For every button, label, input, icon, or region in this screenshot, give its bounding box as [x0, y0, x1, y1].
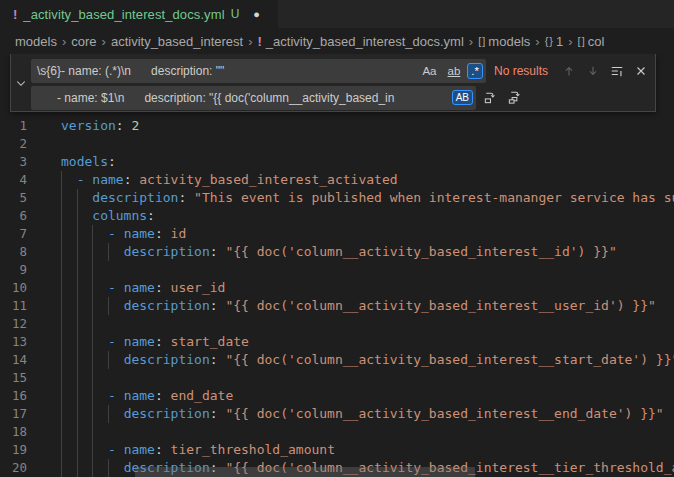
tab-bar: ! _activity_based_interest_docs.yml U ●: [0, 0, 674, 28]
code-line[interactable]: 8 description: "{{ doc('column__activity…: [0, 243, 674, 261]
line-content: [27, 315, 674, 333]
regex-toggle[interactable]: .*: [467, 63, 483, 79]
indent-guide: [61, 387, 62, 405]
code-line[interactable]: 13 - name: start_date: [0, 333, 674, 351]
line-number: 4: [0, 171, 27, 189]
previous-match-button[interactable]: [559, 61, 579, 81]
preserve-case-toggle[interactable]: AB: [452, 90, 473, 105]
indent-guide: [61, 189, 62, 207]
breadcrumb-item-activity_based_interest[interactable]: activity_based_interest: [111, 34, 243, 49]
code-line[interactable]: 14 description: "{{ doc('column__activit…: [0, 351, 674, 369]
replace-all-button[interactable]: [504, 88, 524, 108]
find-options: Aa ab .*: [415, 63, 486, 79]
breadcrumb-item-1[interactable]: { }1: [545, 34, 564, 49]
code-line[interactable]: 15: [0, 369, 674, 387]
find-in-selection-button[interactable]: [607, 61, 627, 81]
line-number: 3: [0, 153, 27, 171]
breadcrumb-item-_activity_based_interest_docs.yml[interactable]: !_activity_based_interest_docs.yml: [258, 34, 464, 49]
indent-guide: [61, 243, 62, 261]
chevron-down-icon: [15, 77, 27, 89]
replace-input[interactable]: - name: $1\n description: "{{ doc('colum…: [31, 86, 476, 110]
indent-guide: [77, 369, 78, 387]
indent-guide: [77, 441, 78, 459]
indent-guide: [77, 279, 78, 297]
code-line[interactable]: 6 columns:: [0, 207, 674, 225]
line-number: 14: [0, 351, 27, 369]
replace-button[interactable]: [480, 88, 500, 108]
code-line[interactable]: 16 - name: end_date: [0, 387, 674, 405]
tab-activity-based-interest-docs[interactable]: ! _activity_based_interest_docs.yml U ●: [0, 0, 278, 28]
breadcrumb-item-core[interactable]: core: [71, 34, 96, 49]
git-status-badge: U: [231, 7, 240, 21]
indent-guide: [61, 369, 62, 387]
unsaved-changes-dot[interactable]: ●: [253, 8, 260, 20]
line-number: 7: [0, 225, 27, 243]
indent-guide: [77, 333, 78, 351]
code-line[interactable]: 19 - name: tier_threshold_amount: [0, 441, 674, 459]
line-content: version: 2: [27, 117, 674, 135]
line-number: 5: [0, 189, 27, 207]
find-input[interactable]: \s{6}- name: (.*)\n description: "" Aa a…: [31, 59, 486, 83]
close-find-widget-button[interactable]: [631, 61, 651, 81]
line-content: - name: id: [27, 225, 674, 243]
line-content: models:: [27, 153, 674, 171]
match-case-toggle[interactable]: Aa: [418, 63, 440, 79]
line-content: - name: end_date: [27, 387, 674, 405]
indent-guide: [61, 351, 62, 369]
line-content: - name: activity_based_interest_activate…: [27, 171, 674, 189]
symbol-icon: { }: [545, 35, 552, 47]
code-line[interactable]: 2: [0, 135, 674, 153]
find-query-text: \s{6}- name: (.*)\n description: "": [31, 64, 415, 78]
indent-guide: [61, 459, 62, 477]
line-number: 8: [0, 243, 27, 261]
line-number: 12: [0, 315, 27, 333]
code-line[interactable]: 4 - name: activity_based_interest_activa…: [0, 171, 674, 189]
code-line[interactable]: 3models:: [0, 153, 674, 171]
code-line[interactable]: 11 description: "{{ doc('column__activit…: [0, 297, 674, 315]
close-icon: [634, 64, 648, 78]
symbol-icon: [ ]: [578, 35, 584, 47]
line-content: - name: tier_threshold_amount: [27, 441, 674, 459]
editor-pane[interactable]: \s{6}- name: (.*)\n description: "" Aa a…: [0, 54, 674, 477]
code-line[interactable]: 17 description: "{{ doc('column__activit…: [0, 405, 674, 423]
breadcrumb-item-models[interactable]: models: [15, 34, 57, 49]
breadcrumb-item-models[interactable]: [ ]models: [478, 34, 530, 49]
line-number: 11: [0, 297, 27, 315]
indent-guide: [61, 207, 62, 225]
indent-guide: [108, 243, 109, 261]
indent-guide: [92, 369, 93, 387]
line-number: 13: [0, 333, 27, 351]
replace-row: - name: $1\n description: "{{ doc('colum…: [31, 85, 651, 110]
breadcrumb-label: models: [488, 34, 530, 49]
code-line[interactable]: 1version: 2: [0, 117, 674, 135]
find-widget-body: \s{6}- name: (.*)\n description: "" Aa a…: [31, 54, 655, 111]
find-replace-widget: \s{6}- name: (.*)\n description: "" Aa a…: [10, 54, 656, 112]
breadcrumb-separator: ›: [535, 34, 539, 49]
code-line[interactable]: 12: [0, 315, 674, 333]
line-number: 19: [0, 441, 27, 459]
breadcrumb-separator: ›: [469, 34, 473, 49]
next-match-button[interactable]: [583, 61, 603, 81]
horizontal-scrollbar[interactable]: [135, 467, 475, 477]
code-line[interactable]: 7 - name: id: [0, 225, 674, 243]
indent-guide: [92, 387, 93, 405]
code-line[interactable]: 5 description: "This event is published …: [0, 189, 674, 207]
indent-guide: [77, 225, 78, 243]
yaml-warning-icon: !: [258, 34, 262, 49]
indent-guide: [92, 333, 93, 351]
toggle-replace-button[interactable]: [11, 54, 31, 111]
indent-guide: [77, 297, 78, 315]
whole-word-toggle[interactable]: ab: [444, 63, 465, 79]
line-number: 17: [0, 405, 27, 423]
line-content: description: "This event is published wh…: [27, 189, 674, 207]
indent-guide: [77, 351, 78, 369]
indent-guide: [92, 405, 93, 423]
code-line[interactable]: 9: [0, 261, 674, 279]
code-line[interactable]: 18: [0, 423, 674, 441]
code-line[interactable]: 10 - name: user_id: [0, 279, 674, 297]
code-area[interactable]: 1version: 223models:4 - name: activity_b…: [0, 117, 674, 477]
breadcrumb-item-col[interactable]: [ ]col: [578, 34, 605, 49]
replace-value-text: - name: $1\n description: "{{ doc('colum…: [31, 91, 449, 105]
selection-icon: [610, 64, 624, 78]
breadcrumb-label: col: [588, 34, 605, 49]
